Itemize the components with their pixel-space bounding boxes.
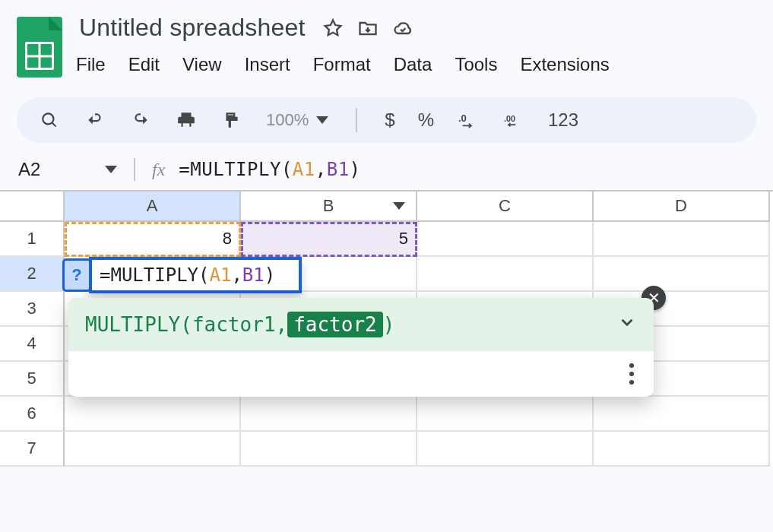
menu-file[interactable]: File — [76, 54, 106, 75]
tooltip-arg2: factor2 — [287, 312, 383, 337]
tooltip-comma: , — [275, 313, 287, 336]
cell-D2[interactable] — [594, 257, 770, 292]
chevron-down-icon — [105, 166, 117, 173]
cloud-status-icon[interactable] — [392, 17, 413, 39]
menu-insert[interactable]: Insert — [245, 54, 290, 75]
row-header-5[interactable]: 5 — [0, 362, 65, 397]
tooltip-open: ( — [180, 313, 192, 336]
format-percent-button[interactable]: % — [418, 109, 434, 131]
zoom-select[interactable]: 100% — [266, 110, 328, 130]
toolbar-separator — [356, 108, 357, 132]
tooltip-arg1: factor1 — [192, 313, 276, 336]
cell-A7[interactable] — [65, 432, 241, 467]
cell-C7[interactable] — [417, 432, 594, 467]
formula-arg2: B1 — [327, 159, 350, 180]
formula-open: ( — [281, 159, 293, 180]
cell-B1[interactable]: 5 — [241, 222, 417, 257]
move-to-folder-icon[interactable] — [357, 17, 379, 39]
svg-text:.0: .0 — [458, 112, 467, 124]
row-header-7[interactable]: 7 — [0, 432, 65, 467]
cell-D7[interactable] — [594, 432, 770, 467]
row-header-1[interactable]: 1 — [0, 222, 65, 257]
more-options-icon[interactable] — [629, 363, 634, 385]
name-box[interactable]: A2 — [11, 159, 125, 180]
star-icon[interactable] — [322, 17, 344, 39]
formula-arg1: A1 — [293, 159, 315, 180]
menu-tools[interactable]: Tools — [455, 54, 497, 75]
row-header-2[interactable]: 2 — [0, 257, 65, 292]
print-icon[interactable] — [175, 109, 198, 131]
zoom-value: 100% — [266, 110, 309, 130]
doc-title[interactable]: Untitled spreadsheet — [76, 12, 309, 43]
formula-bar[interactable]: = MULTIPLY ( A1 , B1 ) — [179, 159, 360, 180]
cell-D6[interactable] — [594, 397, 770, 432]
menu-data[interactable]: Data — [394, 54, 432, 75]
cell-C2[interactable] — [417, 257, 594, 292]
menu-view[interactable]: View — [182, 54, 222, 75]
redo-icon[interactable] — [129, 109, 152, 131]
select-all-corner[interactable] — [0, 192, 65, 222]
decrease-decimal-button[interactable]: .0 — [457, 109, 480, 131]
format-number-button[interactable]: 123 — [548, 109, 578, 131]
formula-fn: MULTIPLY — [190, 159, 281, 180]
paint-format-icon[interactable] — [220, 109, 243, 131]
cell-B6[interactable] — [241, 397, 417, 432]
menu-extensions[interactable]: Extensions — [520, 54, 609, 75]
toolbar: 100% $ % .0 .00 123 — [17, 97, 756, 143]
chevron-down-icon — [316, 116, 328, 124]
cell-editor[interactable]: = MULTIPLY ( A1 , B1 ) — [89, 257, 302, 293]
name-box-value: A2 — [18, 159, 40, 180]
svg-text:.00: .00 — [504, 114, 515, 123]
row-header-4[interactable]: 4 — [0, 327, 65, 362]
undo-icon[interactable] — [84, 109, 106, 131]
fx-icon: fx — [152, 160, 165, 180]
col-header-C[interactable]: C — [417, 192, 594, 222]
formula-close: ) — [350, 159, 361, 180]
cell-C6[interactable] — [417, 397, 594, 432]
tooltip-close: ) — [383, 313, 395, 336]
menu-format[interactable]: Format — [313, 54, 371, 75]
chevron-down-icon[interactable] — [617, 312, 637, 337]
col-header-D[interactable]: D — [594, 192, 770, 222]
menubar: File Edit View Insert Format Data Tools … — [76, 54, 756, 75]
row-header-3[interactable]: 3 — [0, 292, 65, 327]
chevron-down-icon[interactable] — [393, 202, 405, 210]
sheets-logo[interactable] — [17, 17, 62, 78]
separator — [134, 158, 135, 181]
formula-help-toggle[interactable]: ? — [65, 261, 89, 290]
sheet-grid[interactable]: A B C D 185234567 ? = MULTIPLY ( A1 , B1… — [0, 190, 773, 467]
cell-B7[interactable] — [241, 432, 417, 467]
row-header-6[interactable]: 6 — [0, 397, 65, 432]
tooltip-fn: MULTIPLY — [85, 313, 180, 336]
menu-edit[interactable]: Edit — [128, 54, 160, 75]
col-header-A[interactable]: A — [65, 192, 241, 222]
cell-A1[interactable]: 8 — [65, 222, 241, 257]
cell-C1[interactable] — [417, 222, 594, 257]
formula-eq: = — [179, 159, 190, 180]
format-currency-button[interactable]: $ — [385, 109, 394, 131]
formula-tooltip: ✕ MULTIPLY ( factor1 , factor2 ) — [68, 298, 654, 397]
increase-decimal-button[interactable]: .00 — [502, 109, 525, 131]
cell-D1[interactable] — [594, 222, 770, 257]
col-header-B[interactable]: B — [241, 192, 417, 222]
formula-comma: , — [315, 159, 327, 180]
cell-A6[interactable] — [65, 397, 241, 432]
search-icon[interactable] — [38, 109, 61, 131]
